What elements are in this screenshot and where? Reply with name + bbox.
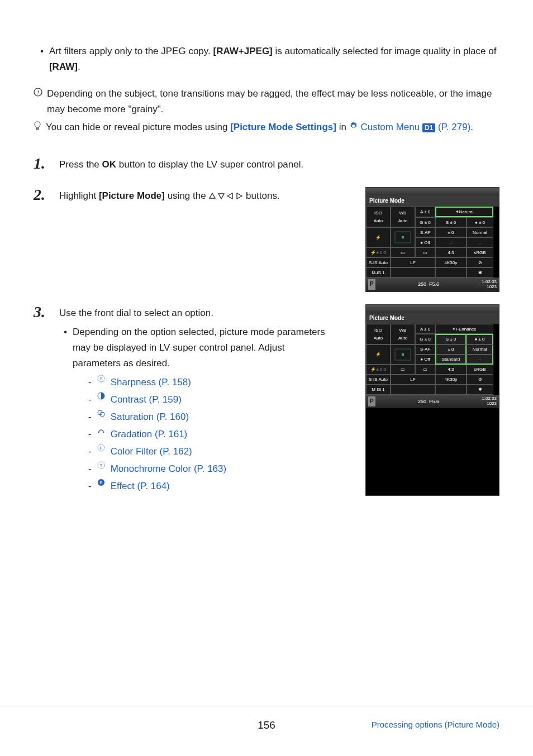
link-sharpness[interactable]: Sharpness (P. 158) (111, 375, 191, 390)
step-2-body: Highlight [Picture Mode] using the butto… (59, 187, 280, 204)
step-3-line: Use the front dial to select an option. (59, 305, 327, 321)
lcd1-flash: ⚡ (366, 227, 391, 247)
gear-icon (349, 120, 358, 136)
lcd1-af-area (391, 227, 415, 247)
page-footer: 156 Processing options (Picture Mode) (0, 706, 533, 734)
lcd1-gear: ✱ (467, 267, 493, 277)
caution-icon: ! (34, 87, 42, 117)
tip-text: You can hide or reveal picture modes usi… (46, 119, 499, 136)
lcd1-c0: ● ± 0 (467, 217, 493, 227)
step-3-number: 3. (34, 304, 51, 496)
step-1-body: Press the OK button to display the LV su… (59, 156, 303, 173)
color-filter-icon: F (96, 444, 106, 452)
lcd1-fl0: ⚡± 0.0 (366, 247, 391, 257)
bullet-icon: • (40, 44, 44, 75)
page-number: 156 (258, 716, 275, 734)
link-color-filter[interactable]: Color Filter (P. 162) (111, 444, 192, 460)
step-3: 3. Use the front dial to select an optio… (34, 304, 499, 496)
step-1-number: 1. (34, 156, 51, 173)
monochrome-icon: T (96, 461, 106, 469)
tip-icon (34, 121, 41, 136)
lcd1-lf: LF (391, 257, 435, 267)
lcd1-diag: ⊘ (467, 257, 493, 267)
svg-rect-3 (402, 236, 404, 238)
lcd1-dash1: -- (435, 237, 467, 247)
tip-note: You can hide or reveal picture modes usi… (34, 119, 499, 136)
lcd1-srgb: sRGB (467, 247, 493, 257)
gradation-icon (96, 427, 106, 434)
lcd-preview-1: Picture Mode ISOAuto WBAuto A ± 0 ✦ Natu… (365, 187, 499, 292)
lcd1-saf: S-AF (415, 227, 435, 237)
link-saturation[interactable]: Saturation (P. 160) (111, 409, 189, 425)
lcd1-g0: G ± 0 (415, 217, 435, 227)
contrast-icon (96, 392, 106, 400)
step-1: 1. Press the OK button to display the LV… (34, 156, 499, 173)
lcd1-meter: ▭ (415, 247, 435, 257)
lcd1-wb: WBAuto (391, 207, 415, 227)
intro-bullet-text: Art filters apply only to the JPEG copy.… (49, 44, 499, 75)
lcd1-4k: 4K 30p (435, 257, 467, 267)
lcd1-norm: Normal (467, 227, 493, 237)
link-gradation[interactable]: Gradation (P. 161) (111, 427, 188, 442)
lcd1-ratio: 4:3 (435, 247, 467, 257)
link-contrast[interactable]: Contrast (P. 159) (111, 392, 182, 408)
lcd1-highlight: ✦ Natural (435, 207, 493, 217)
step-3-sub-bullet: • Depending on the option selected, pict… (59, 324, 327, 496)
link-effect[interactable]: Effect (P. 164) (111, 479, 170, 494)
intro-bullet: • Art filters apply only to the JPEG cop… (34, 44, 499, 75)
lcd1-iso: ISOAuto (366, 207, 391, 227)
lcd1-sis: S-IS Auto (366, 257, 391, 267)
lcd1-off: ● Off (415, 237, 435, 247)
svg-text:T: T (99, 463, 102, 468)
svg-text:E: E (99, 480, 102, 485)
d1-badge: D1 (422, 123, 435, 132)
lcd1-footer: P 250 F5.6 1:02:031023 (366, 277, 499, 291)
lcd1-title: Picture Mode (366, 195, 499, 207)
saturation-icon (96, 409, 106, 417)
step-3-link-list: -SSharpness (P. 158) -Contrast (P. 159) … (73, 375, 327, 494)
lcd2-title: Picture Mode (366, 313, 499, 324)
effect-icon: E (96, 479, 106, 486)
step-2-number: 2. (34, 187, 51, 204)
link-monochrome[interactable]: Monochrome Color (P. 163) (111, 461, 227, 477)
lcd1-a0: A ± 0 (415, 207, 435, 217)
svg-text:S: S (99, 376, 102, 381)
lcd1-drive: ▭ (391, 247, 415, 257)
lcd1-mis: M-IS 1 (366, 267, 391, 277)
arrow-buttons-icon (208, 192, 243, 200)
lcd1-sat: ± 0 (435, 227, 467, 237)
svg-rect-16 (402, 353, 404, 356)
picture-mode-settings-link[interactable]: [Picture Mode Settings] (230, 122, 336, 132)
lcd1-s0: S ± 0 (435, 217, 467, 227)
caution-text: Depending on the subject, tone transitio… (47, 86, 499, 117)
caution-note: ! Depending on the subject, tone transit… (34, 86, 499, 117)
step-2: 2. Highlight [Picture Mode] using the bu… (34, 187, 499, 292)
svg-text:F: F (99, 446, 102, 451)
lcd2-highlight: ✦ i-Enhance (435, 324, 493, 334)
lcd-preview-2: Picture Mode ISOAuto WBAuto A ± 0 ✦ i-En… (365, 304, 499, 496)
svg-text:!: ! (37, 89, 39, 95)
sharpness-icon: S (96, 375, 106, 382)
footer-section-link[interactable]: Processing options (Picture Mode) (372, 718, 499, 732)
lcd1-dash2: -- (467, 237, 493, 247)
custom-menu-link[interactable]: Custom Menu D1 (P. 279) (358, 122, 471, 132)
